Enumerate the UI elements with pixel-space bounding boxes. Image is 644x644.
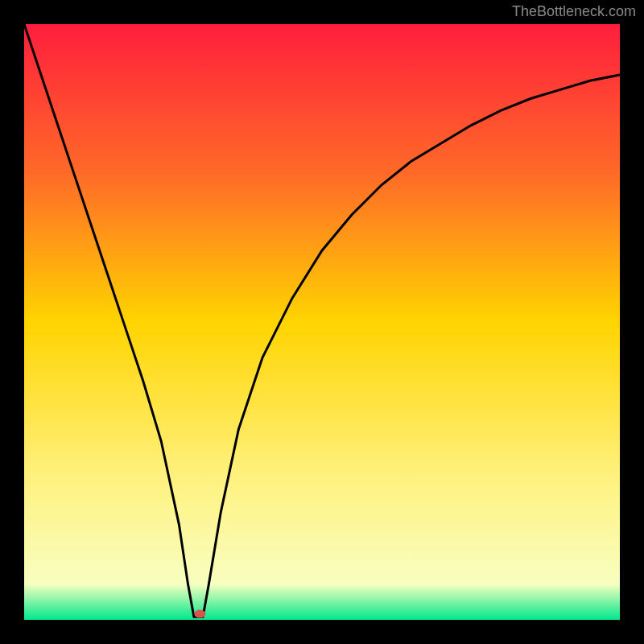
bottleneck-chart [24, 24, 620, 620]
attribution-text: TheBottleneck.com [512, 3, 636, 20]
gradient-background [24, 24, 620, 620]
optimal-point-marker [194, 610, 205, 618]
chart-frame [24, 24, 620, 620]
